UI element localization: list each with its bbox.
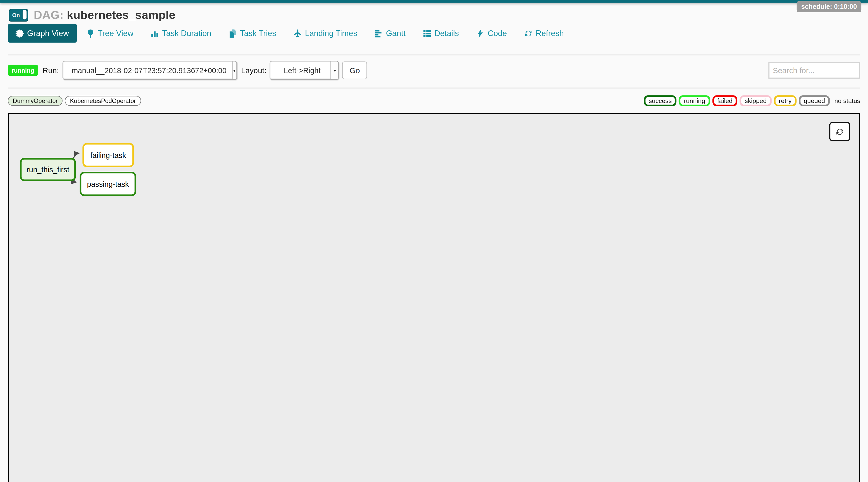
header: On DAG:kubernetes_sample schedule: 0:10:…	[0, 3, 868, 22]
plane-icon	[293, 29, 302, 37]
legend-row: DummyOperator KubernetesPodOperator succ…	[0, 89, 868, 107]
tab-label: Code	[488, 29, 507, 38]
tab-graph-view[interactable]: Graph View	[8, 24, 77, 43]
refresh-icon	[524, 29, 532, 37]
run-select[interactable]: manual__2018-02-07T23:57:20.913672+00:00…	[62, 61, 237, 80]
task-node-run-this-first[interactable]: run_this_first	[20, 158, 76, 181]
task-node-failing-task[interactable]: failing-task	[83, 143, 134, 167]
tab-label: Task Duration	[162, 29, 211, 38]
tab-label: Tree View	[98, 29, 133, 38]
sunburst-icon	[16, 29, 24, 37]
toggle-on-label: On	[9, 12, 20, 18]
page-title: DAG:kubernetes_sample	[34, 8, 175, 22]
refresh-icon	[835, 127, 844, 136]
operator-pill-kubernetespod: KubernetesPodOperator	[65, 96, 141, 106]
legend-success: success	[644, 95, 677, 107]
legend-no-status: no status	[834, 97, 860, 104]
task-node-passing-task[interactable]: passing-task	[80, 172, 136, 196]
schedule-badge: schedule: 0:10:00	[797, 1, 861, 12]
tab-details[interactable]: Details	[423, 29, 459, 38]
toggle-knob	[23, 9, 27, 19]
run-label: Run:	[42, 66, 59, 75]
view-tabs: Graph View Tree View Task Duration Task …	[0, 22, 868, 42]
layout-select-value: Left->Right	[270, 66, 331, 74]
legend-retry: retry	[774, 95, 797, 107]
edge-layer	[9, 114, 859, 482]
run-state-badge: running	[8, 65, 38, 76]
bar-chart-icon	[151, 29, 159, 37]
layout-select[interactable]: Left->Right ▾	[270, 61, 339, 80]
tab-landing-times[interactable]: Landing Times	[293, 29, 357, 38]
dag-prefix-label: DAG:	[34, 8, 64, 21]
legend-running: running	[679, 95, 710, 107]
tab-code[interactable]: Code	[476, 29, 507, 38]
tab-label: Graph View	[27, 29, 69, 38]
tab-label: Task Tries	[240, 29, 276, 38]
page: On DAG:kubernetes_sample schedule: 0:10:…	[0, 0, 868, 482]
bolt-icon	[476, 29, 484, 37]
layout-label: Layout:	[241, 66, 267, 75]
legend-failed: failed	[712, 95, 738, 107]
status-legend: success running failed skipped retry que…	[642, 95, 860, 107]
tab-label: Landing Times	[305, 29, 357, 38]
tab-refresh[interactable]: Refresh	[524, 29, 564, 38]
tab-task-tries[interactable]: Task Tries	[228, 29, 276, 38]
align-left-icon	[374, 29, 383, 37]
top-navbar-strip	[0, 0, 868, 3]
pages-icon	[228, 29, 237, 37]
tree-icon	[86, 29, 94, 37]
run-controls: running Run: manual__2018-02-07T23:57:20…	[0, 56, 868, 80]
dag-pause-toggle[interactable]: On	[9, 8, 28, 21]
graph-refresh-button[interactable]	[829, 122, 850, 141]
operator-pill-dummy: DummyOperator	[8, 96, 63, 106]
dag-name: kubernetes_sample	[67, 8, 176, 21]
chevron-down-icon: ▾	[232, 61, 236, 79]
tab-tree-view[interactable]: Tree View	[86, 29, 133, 38]
legend-skipped: skipped	[740, 95, 772, 107]
tab-gantt[interactable]: Gantt	[374, 29, 406, 38]
tab-label: Gantt	[386, 29, 406, 38]
tab-label: Refresh	[536, 29, 564, 38]
chevron-down-icon: ▾	[331, 61, 339, 79]
go-button[interactable]: Go	[342, 61, 367, 79]
search-input[interactable]	[769, 62, 860, 79]
dag-graph-canvas[interactable]: run_this_first failing-task passing-task	[8, 113, 860, 482]
legend-queued: queued	[799, 95, 830, 107]
list-icon	[423, 29, 431, 37]
tab-task-duration[interactable]: Task Duration	[151, 29, 211, 38]
run-select-value: manual__2018-02-07T23:57:20.913672+00:00	[63, 66, 232, 74]
tab-label: Details	[434, 29, 459, 38]
